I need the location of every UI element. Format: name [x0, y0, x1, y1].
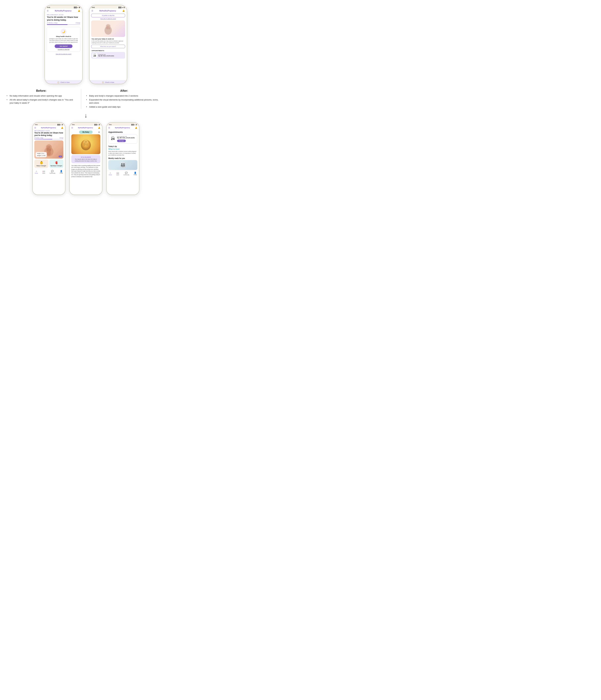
app-title-1: MyHealthyPregnancy: [55, 10, 72, 12]
phone-before-1: 9:41 ▐▐▐ ▲ ▮ ☰ MyHealthyPregnancy 🔔 WELC…: [45, 5, 82, 84]
status-icons-2: ▐▐▐ ▲ ▮: [118, 7, 124, 8]
status-bar-1: 9:41 ▐▐▐ ▲ ▮: [45, 5, 82, 8]
tip-title-c: Today's tip: [108, 146, 137, 147]
stats-overlay-a: height: 12 in weight: 1.3 lbs: [36, 152, 47, 157]
tab-community-c[interactable]: 💬 Community: [123, 172, 129, 175]
bell-icon-2[interactable]: 🔔: [122, 9, 125, 12]
size-badge-a: size: [58, 156, 62, 157]
sleep-icon: 🌙: [61, 29, 67, 35]
tab-profile-c[interactable]: 👤 Profile: [134, 172, 137, 175]
reads-image-placeholder: 👨‍👩‍👧: [120, 162, 126, 168]
tab-profile-a[interactable]: 👤 Profile: [59, 170, 63, 174]
app-title-c: MyHealthyPregnancy: [115, 127, 130, 129]
cards-row-a: 👶 Baby's Changes 🫀 My Body's Changes: [34, 159, 64, 168]
checkin-bar-label-1: Check In Now: [60, 81, 70, 83]
appt-info-2: Expected visit: My 4th Visit, 24-28 week…: [98, 54, 124, 57]
before-column: Before: No baby information and visuals …: [7, 89, 76, 105]
tab-learn-a[interactable]: 📖 Learn: [42, 170, 45, 174]
bottom-bar-2[interactable]: 📋 Check In Now: [90, 80, 127, 84]
battery-icon-c: ▮: [136, 124, 137, 125]
phone-screen-b: ☰ MyHealthyPregnancy 🔔 My Baby ✕: [70, 126, 102, 195]
get-started-button-1[interactable]: Get started: [55, 44, 72, 48]
data-link-1[interactable]: How will my data be used?: [45, 53, 82, 56]
home-tab-icon: ⌂: [36, 170, 37, 172]
hamburger-icon-2[interactable]: ☰: [92, 10, 93, 12]
phone-after-home: 9:41 ▐▐▐ ▲ ▮ ☰ MyHealthyPregnancy 🔔 WELC…: [32, 122, 65, 195]
tab-learn-c[interactable]: 📖 Learn: [116, 172, 119, 175]
close-icon-b[interactable]: ✕: [98, 131, 100, 133]
my-baby-header-b: My Baby ✕: [70, 129, 102, 134]
fetus-illustration-2: [101, 22, 115, 35]
home-headline-a: You're 24 weeks in! Share how you're doi…: [33, 131, 65, 137]
babys-changes-label: Baby's Changes: [37, 165, 46, 167]
nav-bar-b: ☰ MyHealthyPregnancy 🔔: [70, 126, 102, 129]
profile-tab-icon: 👤: [60, 170, 63, 172]
progress-fill-1: [47, 24, 68, 25]
tip-section-c: Today's tip What to trust When faced wit…: [107, 145, 139, 157]
appt-name-c: My 4th Visit, 24-28 weeks: [117, 137, 136, 139]
status-bar-2: 9:41 ▐▐▐ ▲ ▮: [90, 5, 127, 8]
bottom-bar-1[interactable]: 📋 Check In Now: [45, 80, 82, 84]
hamburger-icon-c[interactable]: ☰: [108, 127, 110, 129]
status-time-c: 9:41: [109, 124, 112, 125]
tab-home-a[interactable]: ⌂ Home: [35, 170, 38, 174]
hamburger-icon-a[interactable]: ☰: [34, 127, 36, 129]
after-bullet-1: Baby and body's changes separated into 2…: [86, 94, 162, 98]
baby-visual-a: size height: 12 in weight: 1.3 lbs: [34, 141, 64, 158]
community-tab-label: Community: [50, 173, 55, 174]
tab-home-c[interactable]: ⌂ Home: [109, 172, 112, 175]
hamburger-icon-b[interactable]: ☰: [71, 127, 73, 129]
bell-icon-b[interactable]: 🔔: [98, 127, 100, 129]
appt-card-2: Week 24 Expected visit: My 4th Visit, 24…: [91, 52, 125, 58]
what-else-btn-2[interactable]: What else can you expect?: [91, 45, 125, 48]
baby-changes-icon: 👶: [40, 161, 43, 165]
bell-icon-1[interactable]: 🔔: [78, 9, 80, 12]
baby-week-title-2: You and your baby in week 24: [90, 38, 127, 40]
svg-point-12: [49, 146, 50, 148]
wifi-icon: ▲: [77, 7, 79, 8]
my-body-changes-label: My Body's Changes: [50, 165, 62, 167]
svg-point-5: [108, 26, 109, 27]
skip-btn-top-2[interactable]: I'd prefer to skip this: [91, 14, 125, 17]
signal-icon: ▐▐▐: [73, 7, 77, 8]
status-time-b: 9:41: [72, 124, 75, 125]
learn-tab-icon: 📖: [43, 170, 45, 172]
battery-icon-a: ▮: [62, 124, 63, 125]
manage-button-c[interactable]: Manage: [117, 140, 126, 142]
status-bar-a: 9:41 ▐▐▐ ▲ ▮: [33, 123, 65, 126]
home-week-change-a[interactable]: Change: [59, 137, 64, 139]
before-bullet-2: All info about baby's changes and body's…: [7, 98, 76, 105]
after-bullets: Baby and body's changes separated into 2…: [86, 94, 162, 109]
my-baby-tag: My Baby: [79, 130, 93, 134]
change-btn-1[interactable]: Change: [76, 22, 80, 24]
bottom-tabs-c: ⌂ Home 📖 Learn 💬 Community 👤 Profile: [107, 171, 139, 176]
week-badge-c: week 24: [110, 136, 116, 141]
phone-screen-c: ☰ MyHealthyPregnancy 🔔 Appointments week…: [107, 126, 139, 195]
checkin-icon-bar-2: 📋: [102, 81, 104, 83]
bell-icon-a[interactable]: 🔔: [61, 127, 64, 129]
phone-before-2: 9:41 ▐▐▐ ▲ ▮ ☰ MyHealthyPregnancy 🔔 I'd …: [89, 5, 127, 84]
how-link-2[interactable]: How will my data be used?: [90, 18, 127, 20]
my-body-changes-card[interactable]: 🫀 My Body's Changes: [49, 159, 64, 168]
status-time-2: 9:41: [92, 7, 95, 8]
checkin-card-1: 🌙 Sleep health check-in Changes in your …: [47, 27, 80, 52]
signal-icon-a: ▐▐▐: [57, 124, 60, 125]
before-bullet-1: No baby information and visuals when ope…: [7, 94, 76, 98]
babys-changes-card[interactable]: 👶 Baby's Changes: [34, 159, 48, 168]
week-bar-1: 24 Weeks, 2 Days Change: [45, 22, 82, 24]
hamburger-icon[interactable]: ☰: [47, 10, 49, 12]
bell-icon-c[interactable]: 🔔: [135, 127, 137, 129]
down-arrow-icon: ↓: [85, 112, 87, 119]
weight-stat: weight: 1.3 lbs: [37, 155, 45, 157]
tab-community-a[interactable]: 💬 Community: [50, 170, 55, 174]
appt-info-c: Next expected visit: My 4th Visit, 24-28…: [117, 136, 136, 142]
svg-point-15: [83, 143, 86, 146]
divider: [81, 89, 81, 109]
app-title-2: MyHealthyPregnancy: [99, 10, 116, 12]
battery-icon-b: ▮: [99, 124, 100, 125]
profile-tab-label-c: Profile: [134, 174, 137, 175]
skip-link-1[interactable]: I'd prefer to skip this: [57, 49, 69, 50]
svg-point-3: [108, 27, 110, 29]
app-title-a: MyHealthyPregnancy: [41, 127, 56, 129]
status-bar-b: 9:41 ▐▐▐ ▲ ▮: [70, 123, 102, 126]
